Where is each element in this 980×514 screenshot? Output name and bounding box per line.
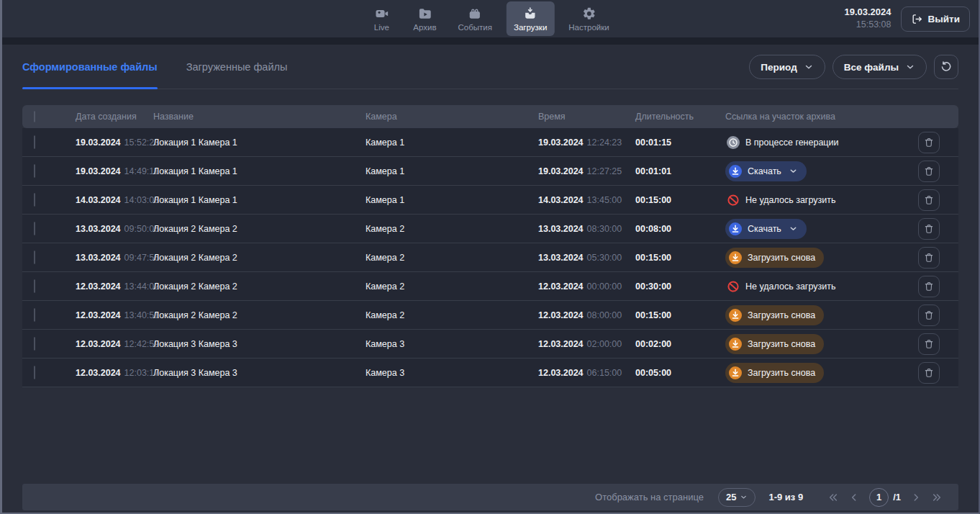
delete-button[interactable] bbox=[918, 362, 940, 384]
created-date: 13.03.2024 bbox=[76, 224, 121, 234]
time-time: 08:00:00 bbox=[587, 310, 622, 320]
nav-item-label: Архив bbox=[413, 23, 436, 32]
file-name-cell: Локация 1 Камера 1 bbox=[153, 195, 366, 205]
time-date: 19.03.2024 bbox=[538, 166, 584, 176]
time-date: 12.03.2024 bbox=[538, 310, 584, 320]
tabs-row: Сформированные файлы Загруженные файлы П… bbox=[22, 45, 958, 89]
gear-icon bbox=[581, 6, 596, 21]
status-label: Загрузить снова bbox=[748, 253, 815, 263]
tab-generated-files[interactable]: Сформированные файлы bbox=[22, 45, 158, 89]
retry-download-button[interactable]: Загрузить снова bbox=[725, 334, 824, 354]
chevron-left-icon bbox=[848, 492, 860, 503]
created-cell: 14.03.2024 14:03:08 bbox=[76, 195, 153, 205]
row-checkbox[interactable] bbox=[34, 222, 35, 235]
download-button[interactable]: Скачать bbox=[725, 219, 807, 239]
status-cell: Загрузить снова bbox=[725, 248, 918, 268]
nav-item-label: Live bbox=[374, 23, 389, 32]
nav-item-live[interactable]: Live bbox=[364, 1, 399, 36]
status-cell: Не удалось загрузить bbox=[725, 194, 918, 207]
select-all-checkbox[interactable] bbox=[34, 111, 35, 122]
row-checkbox[interactable] bbox=[34, 193, 35, 207]
status-label: Загрузить снова bbox=[748, 310, 815, 320]
download-icon bbox=[729, 338, 742, 351]
retry-download-button[interactable]: Загрузить снова bbox=[725, 363, 824, 383]
status-label: Скачать bbox=[748, 166, 781, 176]
table-row: 13.03.2024 09:47:56 Локация 2 Камера 2 К… bbox=[22, 243, 958, 272]
trash-icon bbox=[923, 310, 935, 321]
nav-item-downloads[interactable]: Загрузки bbox=[507, 1, 554, 36]
first-page-button[interactable] bbox=[827, 492, 839, 503]
nav-item-label: Загрузки bbox=[514, 23, 547, 32]
main-content: Сформированные файлы Загруженные файлы П… bbox=[2, 45, 979, 387]
duration-cell: 00:15:00 bbox=[635, 195, 725, 205]
delete-button[interactable] bbox=[918, 247, 940, 269]
delete-button[interactable] bbox=[918, 305, 940, 326]
row-checkbox[interactable] bbox=[34, 135, 35, 149]
refresh-button[interactable] bbox=[934, 55, 958, 79]
top-bar-right: 19.03.2024 15:53:08 Выйти bbox=[844, 0, 970, 37]
status-generating: В процессе генерации bbox=[725, 136, 918, 149]
status-cell: Загрузить снова bbox=[725, 305, 918, 325]
refresh-icon bbox=[940, 60, 953, 73]
nav-item-archive[interactable]: Архив bbox=[406, 1, 443, 36]
table-row: 14.03.2024 14:03:08 Локация 1 Камера 1 К… bbox=[22, 186, 958, 215]
current-page-input[interactable]: 1 bbox=[869, 488, 889, 507]
delete-button[interactable] bbox=[918, 276, 940, 297]
table-row: 19.03.2024 15:52:23 Локация 1 Камера 1 К… bbox=[22, 128, 958, 157]
prev-page-button[interactable] bbox=[848, 492, 860, 503]
last-page-button[interactable] bbox=[931, 492, 943, 503]
chevron-down-icon bbox=[905, 62, 915, 72]
file-name-cell: Локация 2 Камера 2 bbox=[153, 310, 366, 320]
file-type-filter-button[interactable]: Все файлы bbox=[832, 55, 927, 79]
pager: 1 /1 bbox=[827, 488, 943, 507]
status-cell: Не удалось загрузить bbox=[725, 280, 918, 293]
retry-download-button[interactable]: Загрузить снова bbox=[725, 305, 824, 325]
file-name-cell: Локация 2 Камера 2 bbox=[153, 224, 366, 234]
nav-item-events[interactable]: События bbox=[451, 1, 499, 36]
row-checkbox[interactable] bbox=[34, 279, 35, 293]
row-checkbox[interactable] bbox=[34, 251, 35, 264]
created-cell: 19.03.2024 15:52:23 bbox=[76, 137, 153, 148]
tab-uploaded-files[interactable]: Загруженные файлы bbox=[186, 45, 288, 89]
row-checkbox[interactable] bbox=[34, 366, 35, 379]
status-cell: Скачать bbox=[725, 219, 918, 239]
created-date: 13.03.2024 bbox=[76, 253, 121, 263]
row-checkbox[interactable] bbox=[34, 164, 35, 178]
row-checkbox[interactable] bbox=[34, 308, 35, 322]
delete-button[interactable] bbox=[918, 132, 940, 153]
time-cell: 19.03.2024 12:24:23 bbox=[538, 137, 635, 148]
per-page-select[interactable]: 25 bbox=[718, 488, 756, 507]
rows-range: 1-9 из 9 bbox=[768, 492, 803, 502]
current-date: 19.03.2024 bbox=[844, 6, 891, 19]
files-table: Дата создания Название Камера Время Длит… bbox=[22, 105, 958, 387]
table-row: 19.03.2024 14:49:11 Локация 1 Камера 1 К… bbox=[22, 157, 958, 186]
delete-button[interactable] bbox=[918, 333, 940, 355]
camera-cell: Камера 3 bbox=[366, 339, 538, 349]
filter-controls: Период Все файлы bbox=[749, 55, 958, 79]
retry-download-button[interactable]: Загрузить снова bbox=[725, 248, 824, 268]
chevron-down-icon bbox=[789, 224, 798, 233]
download-button[interactable]: Скачать bbox=[725, 161, 807, 181]
delete-button[interactable] bbox=[918, 218, 940, 240]
download-icon bbox=[729, 366, 742, 379]
file-name-cell: Локация 2 Камера 2 bbox=[153, 281, 366, 292]
duration-cell: 00:05:00 bbox=[635, 368, 725, 378]
status-label: Скачать bbox=[748, 224, 781, 234]
period-filter-button[interactable]: Период bbox=[749, 55, 825, 79]
status-failed: Не удалось загрузить bbox=[725, 280, 918, 293]
created-date: 19.03.2024 bbox=[76, 166, 121, 176]
logout-button[interactable]: Выйти bbox=[901, 6, 971, 32]
time-date: 19.03.2024 bbox=[538, 137, 584, 148]
trash-icon bbox=[923, 367, 935, 379]
time-time: 13:45:00 bbox=[587, 195, 622, 205]
delete-button[interactable] bbox=[918, 189, 940, 211]
row-checkbox[interactable] bbox=[34, 337, 35, 351]
next-page-button[interactable] bbox=[910, 492, 922, 503]
duration-cell: 00:02:00 bbox=[635, 339, 725, 349]
nav-item-settings[interactable]: Настройки bbox=[561, 1, 616, 36]
status-label: Загрузить снова bbox=[748, 368, 815, 378]
delete-button[interactable] bbox=[918, 161, 940, 182]
column-header-camera: Камера bbox=[366, 112, 538, 122]
status-label: В процессе генерации bbox=[745, 137, 839, 148]
trash-icon bbox=[923, 281, 935, 292]
